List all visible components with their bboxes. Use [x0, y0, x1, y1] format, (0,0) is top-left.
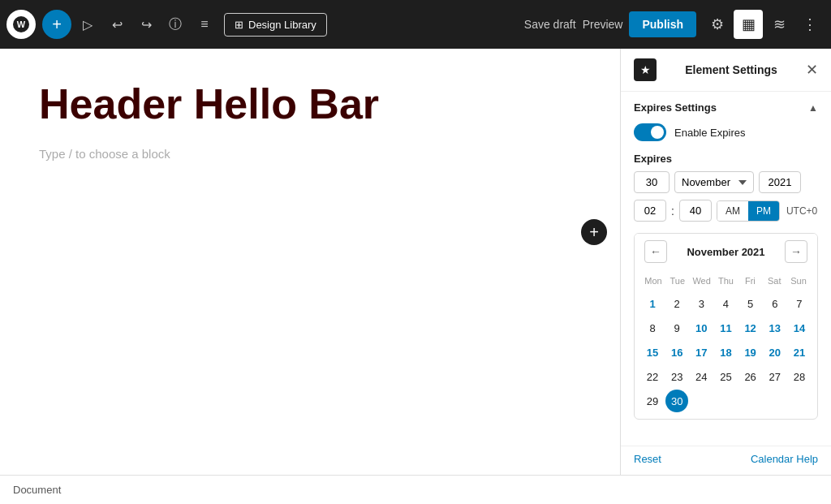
dow-thu: Thu — [714, 273, 738, 289]
cal-day-23[interactable]: 23 — [665, 365, 688, 388]
cal-day-18[interactable]: 18 — [714, 341, 737, 364]
cal-day-19[interactable]: 19 — [739, 341, 762, 364]
preview-button[interactable]: Preview — [583, 18, 623, 31]
cal-day-27[interactable]: 27 — [764, 365, 786, 388]
expires-label: Expires — [634, 153, 818, 165]
cal-day-11[interactable]: 11 — [714, 317, 737, 339]
design-library-icon: ⊞ — [235, 19, 243, 31]
extra-settings-icon-button[interactable]: ≋ — [764, 10, 794, 39]
calendar-days-of-week: Mon Tue Wed Thu Fri Sat Sun — [641, 273, 811, 289]
enable-expires-row: Enable Expires — [634, 123, 818, 141]
reset-button[interactable]: Reset — [634, 453, 661, 465]
add-block-inline-button[interactable]: + — [581, 219, 607, 245]
dow-fri: Fri — [738, 273, 762, 289]
cal-day-21[interactable]: 21 — [788, 341, 811, 364]
sidebar-content: Expires Settings ▲ Enable Expires Expire… — [621, 92, 831, 446]
publish-button[interactable]: Publish — [629, 11, 696, 37]
cal-day-3[interactable]: 3 — [690, 292, 713, 315]
element-settings-icon-button[interactable]: ▦ — [734, 10, 763, 39]
cal-day-1[interactable]: 1 — [641, 292, 664, 315]
date-row: January February March April May June Ju… — [634, 171, 818, 193]
sidebar-star-button[interactable]: ★ — [634, 58, 657, 81]
cal-day-empty-1 — [690, 390, 713, 412]
cal-day-empty-4 — [764, 390, 786, 412]
calendar-next-button[interactable]: → — [785, 240, 807, 263]
dow-sat: Sat — [762, 273, 786, 289]
cal-day-26[interactable]: 26 — [739, 365, 762, 388]
cal-day-13[interactable]: 13 — [764, 317, 786, 339]
time-separator: : — [671, 205, 674, 218]
design-library-label: Design Library — [248, 19, 316, 31]
calendar: ← November 2021 → Mon Tue Wed Thu Fri Sa… — [634, 233, 818, 420]
enable-expires-label: Enable Expires — [674, 127, 745, 139]
expires-settings-label: Expires Settings — [634, 101, 717, 114]
info-button[interactable]: ⓘ — [162, 11, 188, 37]
calendar-month-label: November 2021 — [687, 246, 764, 258]
ampm-group: AM PM — [717, 200, 780, 222]
document-tab-label[interactable]: Document — [13, 484, 61, 496]
utc-label: UTC+0 — [786, 205, 817, 217]
undo-button[interactable]: ↩ — [104, 11, 130, 37]
cal-day-14[interactable]: 14 — [788, 317, 811, 339]
design-library-button[interactable]: ⊞ Design Library — [224, 13, 327, 37]
cal-day-10[interactable]: 10 — [690, 317, 713, 339]
add-block-button[interactable]: + — [42, 10, 71, 39]
cal-day-7[interactable]: 7 — [788, 292, 811, 315]
more-options-button[interactable]: ⋮ — [795, 10, 825, 39]
save-draft-button[interactable]: Save draft — [524, 18, 576, 31]
select-tool-button[interactable]: ▷ — [75, 11, 101, 37]
main-area: Header Hello Bar Type / to choose a bloc… — [0, 49, 831, 475]
expires-settings-section-header: Expires Settings ▲ — [634, 101, 818, 114]
cal-day-15[interactable]: 15 — [641, 341, 664, 364]
sidebar-header: ★ Element Settings ✕ — [621, 49, 831, 92]
topbar-right-actions: Save draft Preview Publish ⚙ ▦ ≋ ⋮ — [524, 10, 825, 39]
cal-day-empty-2 — [714, 390, 737, 412]
cal-day-28[interactable]: 28 — [788, 365, 811, 388]
dow-sun: Sun — [786, 273, 811, 289]
cal-day-25[interactable]: 25 — [714, 365, 737, 388]
block-placeholder[interactable]: Type / to choose a block — [39, 147, 581, 161]
calendar-prev-button[interactable]: ← — [644, 240, 667, 263]
calendar-help-button[interactable]: Calendar Help — [751, 453, 818, 465]
enable-expires-toggle[interactable] — [634, 123, 666, 141]
wp-logo: W — [6, 10, 36, 39]
settings-icon-button[interactable]: ⚙ — [703, 10, 732, 39]
redo-button[interactable]: ↪ — [133, 11, 159, 37]
minute-input[interactable] — [679, 200, 712, 222]
cal-day-12[interactable]: 12 — [739, 317, 762, 339]
topbar: W + ▷ ↩ ↪ ⓘ ≡ ⊞ Design Library Save draf… — [0, 0, 831, 49]
toggle-thumb — [651, 126, 664, 139]
dow-tue: Tue — [665, 273, 690, 289]
cal-day-22[interactable]: 22 — [641, 365, 664, 388]
cal-day-30[interactable]: 30 — [665, 390, 688, 412]
sidebar-title: Element Settings — [685, 63, 777, 76]
cal-day-5[interactable]: 5 — [739, 292, 762, 315]
section-collapse-button[interactable]: ▲ — [808, 102, 818, 114]
cal-day-6[interactable]: 6 — [764, 292, 786, 315]
cal-day-24[interactable]: 24 — [690, 365, 713, 388]
sidebar-close-button[interactable]: ✕ — [806, 61, 818, 79]
am-button[interactable]: AM — [717, 201, 748, 221]
hour-input[interactable] — [634, 200, 666, 222]
cal-day-empty-3 — [739, 390, 762, 412]
cal-day-20[interactable]: 20 — [764, 341, 786, 364]
time-row: : AM PM UTC+0 — [634, 200, 818, 222]
list-view-button[interactable]: ≡ — [192, 11, 217, 37]
cal-day-8[interactable]: 8 — [641, 317, 664, 339]
cal-day-17[interactable]: 17 — [690, 341, 713, 364]
cal-day-29[interactable]: 29 — [641, 390, 664, 412]
dow-mon: Mon — [641, 273, 665, 289]
cal-day-empty-5 — [788, 390, 811, 412]
cal-day-2[interactable]: 2 — [665, 292, 688, 315]
svg-text:W: W — [17, 19, 26, 29]
calendar-header: ← November 2021 → — [635, 234, 817, 269]
cal-day-4[interactable]: 4 — [714, 292, 737, 315]
year-input[interactable] — [759, 171, 801, 193]
day-input[interactable] — [634, 171, 670, 193]
cal-day-9[interactable]: 9 — [665, 317, 688, 339]
cal-day-16[interactable]: 16 — [665, 341, 688, 364]
month-select[interactable]: January February March April May June Ju… — [674, 171, 754, 193]
pm-button[interactable]: PM — [748, 201, 779, 221]
page-title[interactable]: Header Hello Bar — [39, 81, 581, 127]
sidebar: ★ Element Settings ✕ Expires Settings ▲ … — [620, 49, 831, 475]
